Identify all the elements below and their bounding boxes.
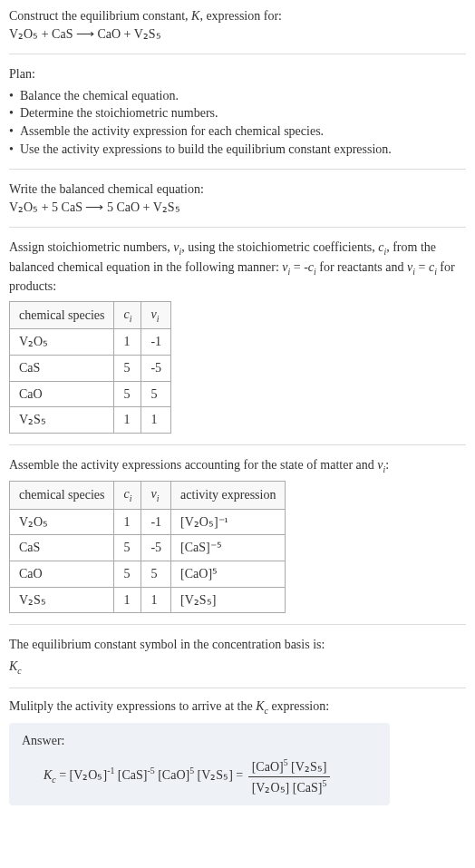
table-row: CaS5-5 [10,356,171,382]
kc-expression: Kc = [V₂O₅]-1 [CaS]-5 [CaO]5 [V₂S₅] = [C… [22,756,377,796]
divider [9,227,466,228]
col-ci: ci [114,301,141,329]
divider [9,169,466,170]
unbalanced-equation: V₂O₅ + CaS ⟶ CaO + V₂S₅ [9,25,466,44]
table-row: CaO55 [10,381,171,407]
table-row: CaS5-5[CaS]⁻⁵ [10,535,286,561]
kc-symbol-line: The equilibrium constant symbol in the c… [9,636,466,654]
intro-block: Construct the equilibrium constant, K, e… [9,7,466,43]
activity-table: chemical species ci νi activity expressi… [9,481,286,613]
col-species: chemical species [10,482,114,510]
fraction-denominator: [V₂O₅] [CaS]5 [248,777,331,796]
plan-bullets: •Balance the chemical equation. •Determi… [9,87,466,158]
multiply-line: Mulitply the activity expressions to arr… [9,697,466,717]
fraction-numerator: [CaO]5 [V₂S₅] [248,756,331,776]
plan-heading: Plan: [9,65,466,83]
table-row: CaO55[CaO]⁵ [10,561,286,588]
divider [9,688,466,688]
stoich-block: Assign stoichiometric numbers, νi, using… [9,239,466,433]
divider [9,54,466,54]
col-species: chemical species [10,301,114,329]
col-vi: νi [141,301,171,329]
plan-item: •Balance the chemical equation. [9,87,466,105]
col-expr: activity expression [171,482,286,510]
construct-line: Construct the equilibrium constant, K, e… [9,7,466,25]
divider [9,444,466,445]
col-vi: νi [141,482,171,510]
stoich-intro: Assign stoichiometric numbers, νi, using… [9,239,466,296]
plan-item: •Use the activity expressions to build t… [9,141,466,159]
activity-block: Assemble the activity expressions accoun… [9,456,466,613]
kc-symbol: Kc [9,658,466,678]
plan-block: Plan: •Balance the chemical equation. •D… [9,65,466,158]
table-row: V₂O₅1-1 [10,329,171,356]
plan-item: •Assemble the activity expression for ea… [9,122,466,141]
plan-item: •Determine the stoichiometric numbers. [9,104,466,122]
answer-box: Answer: Kc = [V₂O₅]-1 [CaS]-5 [CaO]5 [V₂… [9,723,390,805]
balanced-heading: Write the balanced chemical equation: [9,180,466,199]
kc-fraction: [CaO]5 [V₂S₅] [V₂O₅] [CaS]5 [248,756,331,796]
table-row: V₂S₅11[V₂S₅] [10,587,286,613]
balanced-block: Write the balanced chemical equation: V₂… [9,180,466,216]
divider [9,624,466,625]
col-ci: ci [114,482,141,510]
table-row: V₂O₅1-1[V₂O₅]⁻¹ [10,509,286,535]
balanced-equation: V₂O₅ + 5 CaS ⟶ 5 CaO + V₂S₅ [9,199,466,217]
multiply-block: Mulitply the activity expressions to arr… [9,697,466,805]
activity-intro: Assemble the activity expressions accoun… [9,456,466,476]
stoich-table: chemical species ci νi V₂O₅1-1 CaS5-5 Ca… [9,301,171,434]
table-header-row: chemical species ci νi activity expressi… [10,482,286,510]
table-row: V₂S₅11 [10,407,171,434]
kc-symbol-block: The equilibrium constant symbol in the c… [9,636,466,677]
table-header-row: chemical species ci νi [10,301,171,329]
answer-label: Answer: [22,732,377,750]
